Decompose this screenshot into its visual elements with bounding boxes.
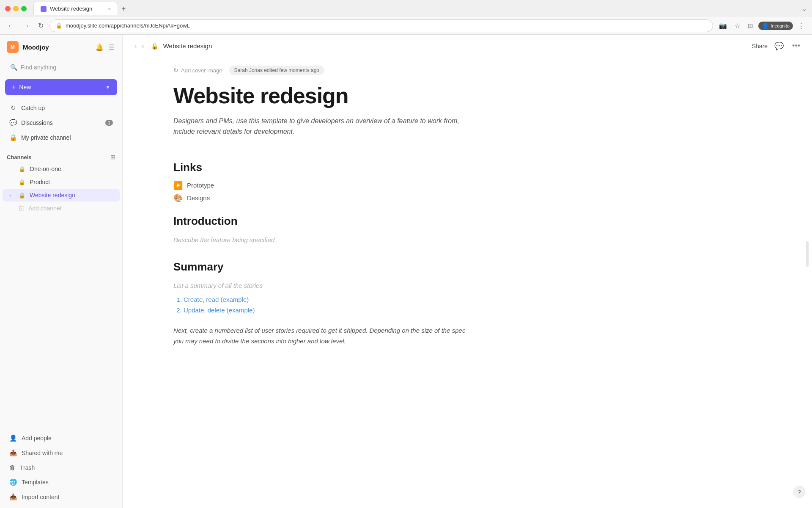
document-subtitle: Designers and PMs, use this template to …	[173, 116, 469, 151]
add-people-label: Add people	[22, 435, 52, 442]
website-redesign-label: Website redesign	[30, 192, 75, 199]
templates-label: Templates	[22, 479, 49, 486]
browser-tabs: Website redesign × +	[33, 2, 129, 15]
sidebar-bottom: 👤 Add people 📤 Shared with me 🗑 Trash 🌐 …	[0, 427, 122, 508]
topbar-title: Website redesign	[163, 42, 747, 50]
prototype-link[interactable]: Prototype	[187, 182, 214, 189]
summary-list-item-1[interactable]: Create, read (example)	[184, 294, 664, 305]
channels-grid-button[interactable]: ⊞	[110, 154, 115, 160]
catch-up-icon: ↻	[9, 104, 17, 112]
discussions-label: Discussions	[21, 119, 101, 126]
sidebar-item-product[interactable]: 🔒 Product	[3, 176, 120, 188]
address-bar[interactable]: 🔒 moodjoy.slite.com/app/channels/mJcENpi…	[49, 19, 713, 32]
more-options-button[interactable]: •••	[790, 40, 802, 52]
sidebar-item-add-people[interactable]: 👤 Add people	[3, 431, 120, 445]
topbar-back-button[interactable]: ‹	[133, 41, 138, 52]
forward-button[interactable]: →	[20, 20, 32, 31]
designs-link[interactable]: Designs	[187, 194, 210, 202]
search-placeholder-text: Find anything	[21, 64, 56, 71]
topbar: ‹ › 🔒 Website redesign Share 💬 •••	[123, 35, 812, 57]
new-btn-arrow-icon: ▼	[105, 84, 110, 90]
sidebar-item-shared-with-me[interactable]: 📤 Shared with me	[3, 446, 120, 460]
add-cover-label: Add cover image	[181, 67, 222, 74]
link-designs[interactable]: 🎨 Designs	[173, 192, 664, 204]
add-people-icon: 👤	[9, 434, 17, 442]
notification-button[interactable]: 🔔	[94, 42, 104, 52]
channels-section: Channels ⊞ 🔒 One-on-one 🔒 Product ▾ 🔒 We…	[0, 149, 122, 217]
share-button[interactable]: Share	[752, 43, 768, 50]
sidebar-item-catch-up[interactable]: ↻ Catch up	[3, 101, 120, 115]
refresh-button[interactable]: ↻	[36, 20, 46, 31]
sidebar-toggle-button[interactable]: ☰	[108, 42, 115, 52]
add-cover-button[interactable]: ↻ Add cover image	[173, 67, 222, 74]
trash-icon: 🗑	[9, 464, 16, 471]
minimize-dot[interactable]	[13, 6, 19, 11]
document-title: Website redesign	[173, 78, 664, 116]
sidebar-nav: ↻ Catch up 💬 Discussions 1 🔒 My private …	[0, 97, 122, 149]
sidebar: M Moodjoy 🔔 ☰ 🔍 Find anything + New ▼ ↻ …	[0, 35, 123, 508]
sidebar-header-icons: 🔔 ☰	[94, 42, 115, 52]
summary-item-1-link[interactable]: Create, read (example)	[184, 296, 249, 303]
address-text: moodjoy.slite.com/app/channels/mJcENpiAk…	[66, 22, 707, 29]
new-tab-button[interactable]: +	[118, 3, 129, 15]
link-prototype[interactable]: ▶️ Prototype	[173, 179, 664, 192]
main-content: ‹ › 🔒 Website redesign Share 💬 ••• ↻ Add…	[123, 35, 812, 508]
cover-refresh-icon: ↻	[173, 67, 178, 74]
shared-with-me-icon: 📤	[9, 449, 17, 457]
scroll-indicator	[806, 241, 809, 267]
summary-item-2-link[interactable]: Update, delete (example)	[184, 306, 255, 314]
topbar-forward-button[interactable]: ›	[140, 41, 145, 52]
bookmark-button[interactable]: ☆	[732, 20, 743, 31]
workspace-avatar[interactable]: M	[7, 41, 19, 53]
product-lock-icon: 🔒	[19, 179, 25, 185]
maximize-dot[interactable]	[21, 6, 27, 11]
topbar-actions: Share 💬 •••	[752, 40, 802, 52]
comment-button[interactable]: 💬	[773, 40, 785, 52]
browser-more-button[interactable]: ⋮	[796, 20, 807, 31]
edit-info-text: Sarah Jonas edited few moments ago	[234, 67, 319, 73]
new-button[interactable]: + New ▼	[5, 79, 117, 95]
sidebar-item-website-redesign[interactable]: ▾ 🔒 Website redesign	[3, 189, 120, 202]
introduction-placeholder[interactable]: Describe the feature being specified	[173, 233, 664, 250]
import-icon: 📥	[9, 493, 17, 501]
trash-label: Trash	[20, 464, 35, 471]
active-tab[interactable]: Website redesign ×	[33, 2, 118, 15]
new-btn-label: New	[19, 84, 102, 91]
prototype-emoji: ▶️	[173, 181, 183, 190]
summary-placeholder[interactable]: List a summary of all the stories	[173, 279, 664, 291]
catch-up-label: Catch up	[21, 105, 113, 111]
channels-section-header: Channels ⊞	[0, 150, 122, 162]
sidebar-item-templates[interactable]: 🌐 Templates	[3, 475, 120, 489]
add-channel-item[interactable]: ⊡ Add channel	[3, 202, 120, 215]
window-more: ⌄	[801, 5, 807, 13]
sidebar-item-one-on-one[interactable]: 🔒 One-on-one	[3, 163, 120, 175]
sidebar-item-private[interactable]: 🔒 My private channel	[3, 130, 120, 145]
document-body-text: Next, create a numbered list of user sto…	[173, 319, 469, 347]
summary-list-item-2[interactable]: Update, delete (example)	[184, 305, 664, 315]
incognito-badge: 👤 Incognito	[758, 22, 793, 30]
browser-dots	[5, 6, 27, 11]
app-container: M Moodjoy 🔔 ☰ 🔍 Find anything + New ▼ ↻ …	[0, 35, 812, 508]
incognito-label: Incognito	[771, 23, 790, 28]
avatar-letter: M	[11, 44, 15, 50]
new-btn-plus-icon: +	[12, 83, 16, 91]
private-channel-icon: 🔒	[9, 134, 17, 141]
help-button[interactable]: ?	[793, 486, 805, 498]
back-button[interactable]: ←	[5, 20, 17, 31]
sidebar-item-trash[interactable]: 🗑 Trash	[3, 461, 120, 475]
sidebar-search[interactable]: 🔍 Find anything	[5, 61, 117, 74]
sidebar-item-discussions[interactable]: 💬 Discussions 1	[3, 116, 120, 130]
browser-toolbar: ← → ↻ 🔒 moodjoy.slite.com/app/channels/m…	[0, 17, 812, 35]
side-panel-button[interactable]: ⊡	[745, 20, 756, 31]
summary-list: Create, read (example) Update, delete (e…	[173, 291, 664, 319]
camera-off-button[interactable]: 📷	[716, 20, 730, 31]
designs-emoji: 🎨	[173, 193, 183, 203]
website-redesign-lock-icon: 🔒	[19, 192, 25, 199]
expand-icon-website: ▾	[9, 193, 14, 198]
tab-close-btn[interactable]: ×	[108, 6, 111, 11]
browser-lock-icon: 🔒	[56, 23, 62, 29]
browser-titlebar: Website redesign × + ⌄	[0, 0, 812, 17]
close-dot[interactable]	[5, 6, 11, 11]
sidebar-item-import[interactable]: 📥 Import content	[3, 490, 120, 504]
add-channel-label: Add channel	[28, 205, 61, 212]
